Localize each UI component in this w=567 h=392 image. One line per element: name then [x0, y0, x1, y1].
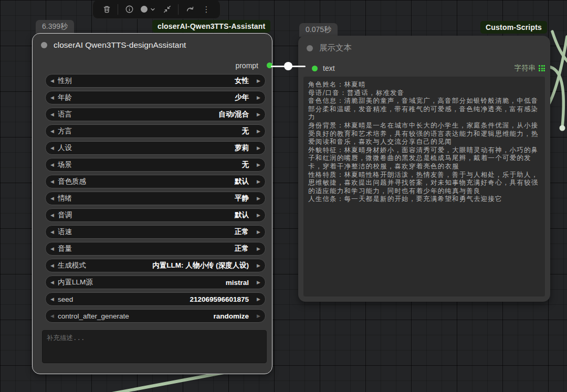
widget-value: 内置LLM: 人物小传 (深度人设) [86, 261, 253, 270]
extra-description-textarea[interactable] [42, 330, 267, 363]
canvas-toolbar: ⋮ [92, 0, 220, 19]
widget-label: 音色质感 [58, 177, 86, 186]
widget-value: mistral [93, 279, 253, 287]
widget-speed[interactable]: 语速 正常 [45, 225, 266, 239]
widget-label: 人设 [58, 143, 72, 153]
widget-seed[interactable]: seed 212069596601875 [45, 292, 266, 306]
node-type-tag: closerAI-Qwen3TTS-Assistant [152, 20, 270, 33]
decrement-arrow-icon[interactable] [50, 163, 58, 167]
trash-icon[interactable] [101, 4, 112, 15]
decrement-arrow-icon[interactable] [50, 96, 58, 100]
widget-volume[interactable]: 音量 正常 [45, 242, 266, 256]
decrement-arrow-icon[interactable] [50, 196, 58, 201]
increment-arrow-icon[interactable] [253, 112, 260, 117]
input-label: text [323, 64, 335, 72]
widget-persona[interactable]: 人设 萝莉 [45, 141, 266, 155]
decrement-arrow-icon[interactable] [50, 297, 58, 302]
widget-value: 无 [72, 126, 253, 136]
node-type-tag-label: closerAI-Qwen3TTS-Assistant [158, 22, 265, 30]
widget-label: 生成模式 [58, 261, 86, 270]
decrement-arrow-icon[interactable] [50, 280, 58, 285]
widget-language[interactable]: 语言 自动/混合 [45, 108, 266, 121]
widget-value: 平静 [72, 194, 253, 203]
widget-label: 场景 [58, 160, 72, 169]
decrement-arrow-icon[interactable] [50, 213, 58, 218]
increment-arrow-icon[interactable] [253, 213, 260, 218]
widget-value: 无 [72, 160, 253, 169]
node-display-text[interactable]: 展示文本 text 字符串 角色姓名：林夏晴 母语/口音：普通话，标准发音 音色… [298, 36, 550, 302]
increment-arrow-icon[interactable] [253, 230, 260, 235]
widget-value: randomize [129, 312, 253, 320]
increment-arrow-icon[interactable] [253, 196, 260, 201]
widget-gender[interactable]: 性别 女性 [45, 74, 266, 88]
widget-control-after-generate[interactable]: control_after_generate randomize [45, 309, 266, 323]
widget-label: 年龄 [58, 93, 72, 102]
link-midpoint-dot[interactable] [284, 62, 292, 70]
node-title: 展示文本 [319, 43, 352, 54]
widget-timbre[interactable]: 音色质感 默认 [45, 175, 266, 188]
widget-value: 212069596601875 [73, 295, 253, 303]
node-title: closerAI Qwen3TTS-designAssistant [54, 40, 186, 50]
increment-arrow-icon[interactable] [253, 247, 260, 251]
widget-value: 萝莉 [72, 143, 253, 153]
increment-arrow-icon[interactable] [253, 146, 260, 151]
widget-age[interactable]: 年龄 少年 [45, 91, 266, 104]
widget-label: 音量 [58, 244, 72, 253]
increment-arrow-icon[interactable] [253, 96, 260, 100]
input-type-label: 字符串 [514, 63, 536, 73]
toolbar-divider [118, 4, 118, 15]
node-collapse-dot[interactable] [41, 42, 47, 48]
collapse-icon[interactable] [162, 4, 172, 15]
execution-time-label: 6.399秒 [42, 22, 68, 31]
increment-arrow-icon[interactable] [253, 263, 260, 268]
widget-value: 女性 [72, 76, 253, 86]
output-label: prompt [235, 61, 258, 70]
widget-label: 语言 [58, 110, 72, 119]
widget-emotion[interactable]: 情绪 平静 [45, 192, 266, 205]
display-text-panel[interactable]: 角色姓名：林夏晴 母语/口音：普通话，标准发音 音色信息：清脆甜美的童声，音域宽… [303, 77, 545, 296]
refresh-icon[interactable] [185, 4, 195, 15]
node-color-picker[interactable] [141, 6, 156, 13]
node-type-tag: Custom-Scripts [480, 21, 547, 34]
input-port-text[interactable] [312, 66, 318, 71]
widget-value: 正常 [72, 244, 253, 253]
increment-arrow-icon[interactable] [253, 79, 260, 83]
execution-time-label: 0.075秒 [306, 25, 331, 35]
increment-arrow-icon[interactable] [253, 163, 260, 167]
increment-arrow-icon[interactable] [253, 179, 260, 184]
string-type-grid-icon[interactable] [539, 65, 545, 71]
increment-arrow-icon[interactable] [253, 297, 260, 302]
chevron-down-icon[interactable] [150, 6, 156, 13]
decrement-arrow-icon[interactable] [50, 179, 58, 184]
increment-arrow-icon[interactable] [253, 129, 260, 134]
decrement-arrow-icon[interactable] [50, 129, 58, 134]
node-color-icon[interactable] [141, 6, 148, 13]
kebab-menu-icon[interactable]: ⋮ [201, 4, 212, 15]
widget-dialect[interactable]: 方言 无 [45, 124, 266, 138]
widget-llm-source[interactable]: 内置LLM源 mistral [45, 276, 266, 289]
decrement-arrow-icon[interactable] [50, 146, 58, 151]
decrement-arrow-icon[interactable] [50, 112, 58, 117]
widget-label: 音调 [58, 210, 72, 220]
node-collapse-dot[interactable] [307, 45, 313, 51]
decrement-arrow-icon[interactable] [50, 263, 58, 268]
widget-scene[interactable]: 场景 无 [45, 158, 266, 172]
widget-value: 默认 [86, 177, 253, 186]
widget-pitch[interactable]: 音调 默认 [45, 208, 266, 222]
info-icon[interactable] [124, 4, 135, 15]
toolbar-divider [178, 4, 178, 15]
widget-label: control_after_generate [58, 312, 129, 320]
decrement-arrow-icon[interactable] [50, 79, 58, 83]
increment-arrow-icon[interactable] [253, 280, 260, 285]
widget-label: 语速 [58, 227, 72, 237]
widget-label: 内置LLM源 [58, 278, 93, 287]
node-qwen3tts-design-assistant[interactable]: closerAI Qwen3TTS-designAssistant prompt… [33, 34, 272, 374]
decrement-arrow-icon[interactable] [50, 314, 58, 319]
widget-generation-mode[interactable]: 生成模式 内置LLM: 人物小传 (深度人设) [45, 259, 266, 272]
node-type-tag-label: Custom-Scripts [486, 23, 542, 31]
widget-value: 正常 [72, 227, 253, 237]
execution-time-badge: 6.399秒 [36, 20, 74, 34]
decrement-arrow-icon[interactable] [50, 230, 58, 235]
increment-arrow-icon[interactable] [253, 314, 260, 319]
decrement-arrow-icon[interactable] [50, 247, 58, 251]
